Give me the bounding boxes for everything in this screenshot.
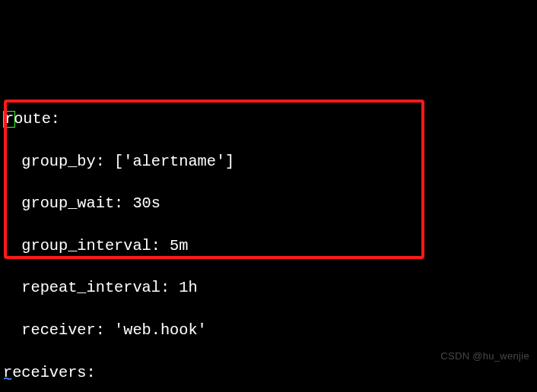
vim-tilde: ~ (3, 369, 12, 390)
config-line: group_interval: 5m (3, 236, 537, 257)
config-line: receiver: 'web.hook' (3, 320, 537, 341)
config-line: route: (3, 109, 537, 130)
watermark-text: CSDN @hu_wenjie (440, 346, 529, 367)
line-text: oute: (14, 110, 60, 128)
config-line: repeat_interval: 1h (3, 277, 537, 299)
config-line: group_by: ['alertname'] (3, 151, 537, 172)
config-line: group_wait: 30s (3, 193, 537, 214)
